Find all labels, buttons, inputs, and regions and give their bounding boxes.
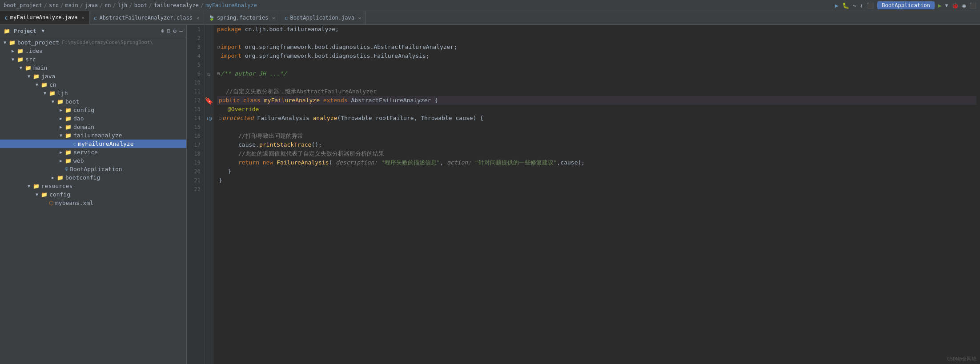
tree-item-bootconfig[interactable]: ▶ 📁 bootconfig [0, 173, 186, 182]
tree-item-boot[interactable]: ▼ 📁 boot [0, 97, 186, 106]
line-num: 15 [190, 123, 201, 132]
code-line-12: public class myFailureAnalyze extends Ab… [217, 96, 976, 105]
stop-run-button[interactable]: ⬛ [969, 2, 976, 9]
tree-arrow: ▶ [58, 108, 64, 112]
run-config-label[interactable]: BootApplication [877, 1, 934, 9]
tree-item-mybeans-xml[interactable]: ▶ ⬡ mybeans.xml [0, 199, 186, 207]
line-num: 13 [190, 105, 201, 114]
breadcrumb-item[interactable]: failureanalyze [154, 2, 199, 8]
breadcrumb-item[interactable]: main [65, 2, 78, 8]
breadcrumb-item-active[interactable]: myFailureAnalyze [205, 2, 257, 8]
breadcrumb-item[interactable]: cn [104, 2, 111, 8]
folder-icon: 📁 [49, 90, 56, 96]
tree-item-resources[interactable]: ▼ 📁 resources [0, 182, 186, 190]
collapse-icon[interactable]: ⊟ [167, 28, 171, 34]
tree-item-web[interactable]: ▶ 📁 web [0, 156, 186, 165]
close-tab-icon[interactable]: ✕ [82, 15, 84, 20]
code-content: 1 2 3 4 5 6 10 11 12 13 14 15 16 17 18 1… [187, 25, 980, 364]
bookmark-icon[interactable]: 🔖 [205, 96, 213, 105]
tree-item-idea[interactable]: ▶ 📁 .idea [0, 47, 186, 55]
code-line-3: ⊟import org.springframework.boot.diagnos… [217, 43, 976, 52]
breadcrumb-item[interactable]: src [49, 2, 59, 8]
code-line-15 [217, 123, 976, 132]
tree-item-label: boot_project [17, 39, 59, 46]
folder-icon: 📁 [17, 56, 24, 63]
run-icon[interactable]: ▶ [835, 2, 839, 9]
breadcrumb-item[interactable]: boot [134, 2, 147, 8]
tree-item-cn[interactable]: ▼ 📁 cn [0, 80, 186, 89]
code-line-16: //打印导致出问题的异常 [217, 132, 976, 140]
close-sidebar-icon[interactable]: — [179, 28, 183, 34]
tree-item-label: web [73, 157, 84, 164]
more-run-options[interactable]: ▼ [945, 3, 948, 8]
tree-item-failureanalyze[interactable]: ▼ 📁 failureanalyze [0, 131, 186, 140]
tree-arrow: ▼ [10, 57, 16, 62]
add-icon[interactable]: ⊕ [161, 28, 165, 34]
breadcrumb-sep: / [80, 2, 83, 8]
fold-icon-3[interactable]: ⊟ [217, 43, 220, 52]
close-tab-icon[interactable]: ✕ [197, 16, 199, 20]
stop-icon[interactable]: ⬛ [867, 2, 874, 9]
code-lines[interactable]: package cn.ljh.boot.failureanalyze; ⊟imp… [213, 25, 980, 364]
code-line-2 [217, 34, 976, 43]
line-num: 12 [190, 96, 201, 105]
dropdown-arrow[interactable]: ▼ [42, 28, 45, 34]
tree-item-myFailureAnalyze[interactable]: ▶ c myFailureAnalyze [0, 140, 186, 148]
breadcrumb-item[interactable]: ljh [118, 2, 128, 8]
tree-item-config[interactable]: ▶ 📁 config [0, 106, 186, 114]
tree-item-config-resources[interactable]: ▼ 📁 config [0, 190, 186, 199]
code-line-21: } [217, 176, 976, 185]
code-line-20: } [217, 167, 976, 176]
gutter-line [205, 158, 213, 167]
breadcrumb-item[interactable]: java [85, 2, 98, 8]
code-line-5 [217, 60, 976, 69]
tree-item-src[interactable]: ▼ 📁 src [0, 55, 186, 64]
fold-marker-6[interactable]: ⊟ [205, 69, 213, 78]
tab-BootApplication[interactable]: c BootApplication.java ✕ [280, 11, 366, 24]
tree-arrow: ▼ [34, 192, 40, 197]
line-num: 5 [190, 60, 201, 69]
gutter-line [205, 78, 213, 87]
tab-AbstractFailureAnalyzer[interactable]: c AbstractFailureAnalyzer.class ✕ [89, 11, 204, 24]
tree-item-dao[interactable]: ▶ 📁 dao [0, 114, 186, 123]
tree-item-java[interactable]: ▼ 📁 java [0, 72, 186, 80]
debug-run-button[interactable]: 🐞 [952, 2, 959, 9]
xml-file-icon: ⬡ [49, 200, 53, 206]
step-in-icon[interactable]: ↓ [860, 2, 864, 9]
tree-item-BootApplication[interactable]: ▶ © BootApplication [0, 165, 186, 173]
breadcrumb-item[interactable]: boot_project [4, 2, 42, 8]
code-editor[interactable]: 1 2 3 4 5 6 10 11 12 13 14 15 16 17 18 1… [187, 25, 980, 364]
tree-arrow: ▶ [58, 124, 64, 129]
fold-icon-14[interactable]: ⊟ [219, 114, 221, 123]
line-num: 2 [190, 34, 201, 43]
line-numbers: 1 2 3 4 5 6 10 11 12 13 14 15 16 17 18 1… [187, 25, 205, 364]
debug-marker[interactable]: ↑@ [205, 114, 213, 123]
tree-item-service[interactable]: ▶ 📁 service [0, 148, 186, 156]
tab-spring-factories[interactable]: 🍃 spring.factories ✕ [204, 11, 280, 24]
gutter-line [205, 140, 213, 149]
folder-icon: 📁 [33, 73, 40, 80]
settings-icon[interactable]: ⚙ [173, 28, 177, 34]
tree-arrow: ▼ [26, 184, 32, 188]
debug-icon[interactable]: 🐛 [842, 2, 849, 9]
gutter-line [205, 185, 213, 194]
tab-myFailureAnalyze[interactable]: c myFailureAnalyze.java ✕ [0, 11, 89, 24]
tree-item-boot_project[interactable]: ▼ 📁 boot_project F:\myCode\crazyCode\Spr… [0, 38, 186, 47]
tree-item-label: java [41, 73, 55, 80]
line-num: 11 [190, 87, 201, 96]
fold-icon-6[interactable]: ⊟ [217, 69, 220, 78]
line-num: 20 [190, 167, 201, 176]
close-tab-icon[interactable]: ✕ [358, 16, 361, 20]
tree-item-domain[interactable]: ▶ 📁 domain [0, 123, 186, 131]
tree-item-label: config [49, 191, 70, 198]
tree-item-label: mybeans.xml [55, 200, 93, 206]
tree-item-label: main [33, 64, 47, 71]
profile-button[interactable]: ◉ [962, 2, 966, 9]
run-button[interactable]: ▶ [938, 2, 942, 9]
step-over-icon[interactable]: ↷ [853, 2, 856, 9]
tree-item-main[interactable]: ▼ 📁 main [0, 64, 186, 72]
close-tab-icon[interactable]: ✕ [273, 16, 275, 20]
folder-icon: 📁 [65, 107, 72, 113]
tree-item-ljh[interactable]: ▼ 📁 ljh [0, 89, 186, 97]
java-file-icon: c [73, 141, 76, 147]
